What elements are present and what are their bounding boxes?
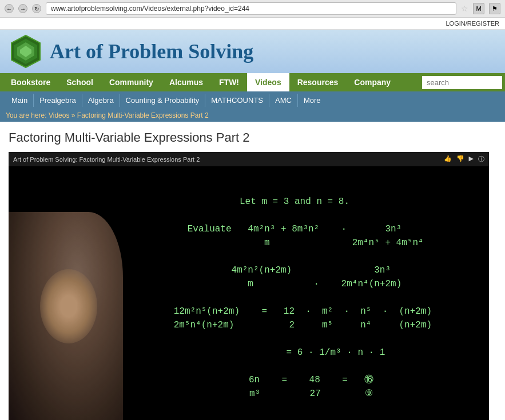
video-top-bar: Art of Problem Solving: Factoring Multi-… <box>9 152 489 166</box>
login-register-link[interactable]: LOGIN/REGISTER <box>446 20 499 27</box>
nav-community[interactable]: Community <box>101 73 161 91</box>
breadcrumb-videos-link[interactable]: Videos <box>49 111 69 119</box>
math-content: Let m = 3 and n = 8. Evaluate 4m²n³ + 8m… <box>9 166 489 420</box>
breadcrumb-prefix: You are here: <box>6 111 49 119</box>
like-icon[interactable]: 👍 <box>444 155 452 163</box>
sub-nav: Main Prealgebra Algebra Counting & Proba… <box>0 91 505 109</box>
browser-chrome: ← → ↻ ☆ M ⚑ <box>0 0 505 18</box>
nav-resources[interactable]: Resources <box>289 73 347 91</box>
math-text: Let m = 3 and n = 8. Evaluate 4m²n³ + 8m… <box>157 195 432 401</box>
info-icon[interactable]: ⓘ <box>478 155 484 163</box>
video-frame[interactable]: Let m = 3 and n = 8. Evaluate 4m²n³ + 8m… <box>9 166 489 420</box>
top-bar: LOGIN/REGISTER <box>0 18 505 30</box>
back-button[interactable]: ← <box>5 4 14 13</box>
video-top-bar-title: Art of Problem Solving: Factoring Multi-… <box>13 156 200 163</box>
browser-action-1[interactable]: M <box>473 3 484 14</box>
bookmark-icon[interactable]: ☆ <box>461 4 468 13</box>
video-wrapper: Art of Problem Solving: Factoring Multi-… <box>9 152 489 420</box>
browser-action-2[interactable]: ⚑ <box>489 3 500 14</box>
video-action-icons: 👍 👎 ◀ ⓘ <box>444 155 484 163</box>
forward-button[interactable]: → <box>18 4 27 13</box>
search-input[interactable] <box>422 76 502 89</box>
nav-ftw[interactable]: FTW! <box>211 73 247 91</box>
logo-icon <box>9 34 43 69</box>
nav-company[interactable]: Company <box>346 73 399 91</box>
dislike-icon[interactable]: 👎 <box>456 155 464 163</box>
nav-alcumus[interactable]: Alcumus <box>161 73 211 91</box>
breadcrumb-current: Factoring Multi-Variable Expressions Par… <box>77 111 209 119</box>
breadcrumb-separator: » <box>71 111 77 119</box>
share-icon[interactable]: ◀ <box>469 155 474 163</box>
nav-videos[interactable]: Videos <box>247 73 289 91</box>
url-bar[interactable] <box>46 2 456 15</box>
main-nav: Bookstore School Community Alcumus FTW! … <box>0 73 505 91</box>
subnav-more[interactable]: More <box>298 94 327 107</box>
subnav-mathcounts[interactable]: MATHCOUNTS <box>205 94 269 107</box>
subnav-prealgebra[interactable]: Prealgebra <box>34 94 82 107</box>
video-title: Factoring Multi-Variable Expressions Par… <box>9 130 496 145</box>
breadcrumb: You are here: Videos » Factoring Multi-V… <box>0 109 505 122</box>
nav-school[interactable]: School <box>58 73 101 91</box>
nav-bookstore[interactable]: Bookstore <box>3 73 58 91</box>
site-title: Art of Problem Solving <box>50 39 253 63</box>
subnav-algebra[interactable]: Algebra <box>82 94 120 107</box>
subnav-counting[interactable]: Counting & Probability <box>120 94 206 107</box>
subnav-amc[interactable]: AMC <box>269 94 298 107</box>
refresh-button[interactable]: ↻ <box>32 4 41 13</box>
content-area: Factoring Multi-Variable Expressions Par… <box>0 122 505 420</box>
subnav-main[interactable]: Main <box>6 94 34 107</box>
logo-container: Art of Problem Solving <box>9 34 253 69</box>
site-header: Art of Problem Solving <box>0 30 505 73</box>
